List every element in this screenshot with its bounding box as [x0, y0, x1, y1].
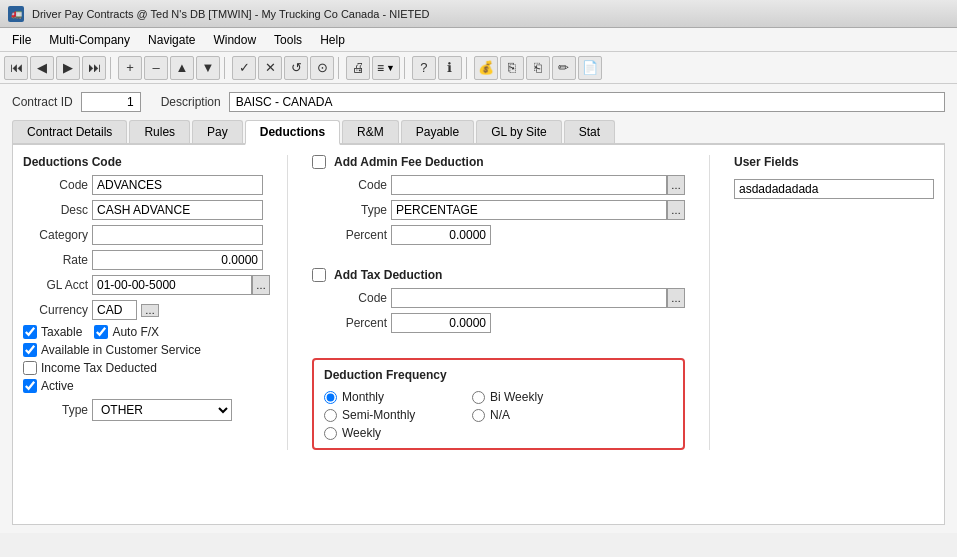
tab-rm[interactable]: R&M [342, 120, 399, 143]
freq-semimonthly-row: Semi-Monthly [324, 408, 464, 422]
info-btn[interactable]: ℹ [438, 56, 462, 80]
help-btn[interactable]: ? [412, 56, 436, 80]
tab-pay[interactable]: Pay [192, 120, 243, 143]
currency-label: Currency [23, 303, 88, 317]
add-btn[interactable]: + [118, 56, 142, 80]
nav-next-btn[interactable]: ▶ [56, 56, 80, 80]
app-icon: 🚛 [8, 6, 24, 22]
currency-row: Currency … [23, 300, 263, 320]
sep5 [466, 57, 470, 79]
description-input[interactable] [229, 92, 945, 112]
deductions-code-panel: Deductions Code Code Desc Category Rate [23, 155, 263, 450]
description-label: Description [161, 95, 221, 109]
tab-rules[interactable]: Rules [129, 120, 190, 143]
paste-btn[interactable]: ⎗ [526, 56, 550, 80]
rate-input[interactable] [92, 250, 263, 270]
income-tax-checkbox[interactable] [23, 361, 37, 375]
menu-help[interactable]: Help [312, 31, 353, 49]
autofx-checkbox[interactable] [94, 325, 108, 339]
freq-monthly-label: Monthly [342, 390, 384, 404]
user-fields-input[interactable] [734, 179, 934, 199]
cancel-btn[interactable]: ✕ [258, 56, 282, 80]
title-bar-text: Driver Pay Contracts @ Ted N's DB [TMWIN… [32, 8, 430, 20]
tax-percent-input[interactable] [391, 313, 491, 333]
search-btn[interactable]: ⊙ [310, 56, 334, 80]
delete-btn[interactable]: – [144, 56, 168, 80]
sep2 [224, 57, 228, 79]
rate-row: Rate [23, 250, 263, 270]
nav-last-btn[interactable]: ⏭ [82, 56, 106, 80]
copy-btn[interactable]: ⎘ [500, 56, 524, 80]
active-checkbox[interactable] [23, 379, 37, 393]
print-dropdown[interactable]: ≡ ▼ [372, 56, 400, 80]
category-row: Category [23, 225, 263, 245]
admin-fee-header: Add Admin Fee Deduction [312, 155, 685, 169]
freq-monthly-row: Monthly [324, 390, 464, 404]
tax-code-lookup-btn[interactable]: … [667, 288, 685, 308]
print-btn[interactable]: 🖨 [346, 56, 370, 80]
freq-semimonthly-radio[interactable] [324, 409, 337, 422]
tab-gl-by-site[interactable]: GL by Site [476, 120, 562, 143]
menu-file[interactable]: File [4, 31, 39, 49]
down-btn[interactable]: ▼ [196, 56, 220, 80]
user-fields-title: User Fields [734, 155, 934, 169]
code-row: Code [23, 175, 263, 195]
contract-id-field: Contract ID [12, 92, 141, 112]
category-input[interactable] [92, 225, 263, 245]
desc-input[interactable] [92, 200, 263, 220]
admin-type-lookup-btn[interactable]: … [667, 200, 685, 220]
menu-bar: File Multi-Company Navigate Window Tools… [0, 28, 957, 52]
menu-navigate[interactable]: Navigate [140, 31, 203, 49]
up-btn[interactable]: ▲ [170, 56, 194, 80]
gl-acct-input[interactable] [92, 275, 252, 295]
money-btn[interactable]: 💰 [474, 56, 498, 80]
admin-code-input[interactable] [391, 175, 667, 195]
avail-cust-svc-row: Available in Customer Service [23, 343, 263, 357]
menu-tools[interactable]: Tools [266, 31, 310, 49]
gl-acct-field: … [92, 275, 270, 295]
frequency-section: Deduction Frequency Monthly Bi Weekly [312, 358, 685, 450]
currency-field: … [92, 300, 159, 320]
menu-window[interactable]: Window [205, 31, 264, 49]
gl-acct-lookup-btn[interactable]: … [252, 275, 270, 295]
contract-row: Contract ID Description [12, 92, 945, 112]
description-field: Description [161, 92, 945, 112]
taxable-checkbox[interactable] [23, 325, 37, 339]
check-btn[interactable]: ✓ [232, 56, 256, 80]
freq-weekly-radio[interactable] [324, 427, 337, 440]
nav-first-btn[interactable]: ⏮ [4, 56, 28, 80]
tab-contract-details[interactable]: Contract Details [12, 120, 127, 143]
currency-input[interactable] [92, 300, 137, 320]
edit-btn[interactable]: ✏ [552, 56, 576, 80]
admin-fee-checkbox[interactable] [312, 155, 326, 169]
currency-lookup-btn[interactable]: … [141, 304, 159, 317]
frequency-grid: Monthly Bi Weekly Semi-Monthly N/A [324, 390, 673, 440]
admin-percent-input[interactable] [391, 225, 491, 245]
freq-monthly-radio[interactable] [324, 391, 337, 404]
tab-payable[interactable]: Payable [401, 120, 474, 143]
income-tax-row: Income Tax Deducted [23, 361, 263, 375]
doc-btn[interactable]: 📄 [578, 56, 602, 80]
tax-deduction-title: Add Tax Deduction [334, 268, 442, 282]
tax-code-row: Code … [312, 288, 685, 308]
code-label: Code [23, 178, 88, 192]
type-select[interactable]: OTHER STANDARD CUSTOM [92, 399, 232, 421]
contract-id-input[interactable] [81, 92, 141, 112]
tab-deductions[interactable]: Deductions [245, 120, 340, 145]
nav-prev-btn[interactable]: ◀ [30, 56, 54, 80]
code-input[interactable] [92, 175, 263, 195]
deductions-code-title: Deductions Code [23, 155, 263, 169]
freq-na-radio[interactable] [472, 409, 485, 422]
avail-cust-svc-checkbox[interactable] [23, 343, 37, 357]
tax-code-input[interactable] [391, 288, 667, 308]
tab-stat[interactable]: Stat [564, 120, 615, 143]
admin-code-lookup-btn[interactable]: … [667, 175, 685, 195]
menu-multi-company[interactable]: Multi-Company [41, 31, 138, 49]
admin-type-row: Type … [312, 200, 685, 220]
refresh-btn[interactable]: ↺ [284, 56, 308, 80]
admin-type-input[interactable] [391, 200, 667, 220]
frequency-title: Deduction Frequency [324, 368, 673, 382]
avail-cust-svc-label: Available in Customer Service [41, 343, 201, 357]
tax-deduction-checkbox[interactable] [312, 268, 326, 282]
freq-biweekly-radio[interactable] [472, 391, 485, 404]
